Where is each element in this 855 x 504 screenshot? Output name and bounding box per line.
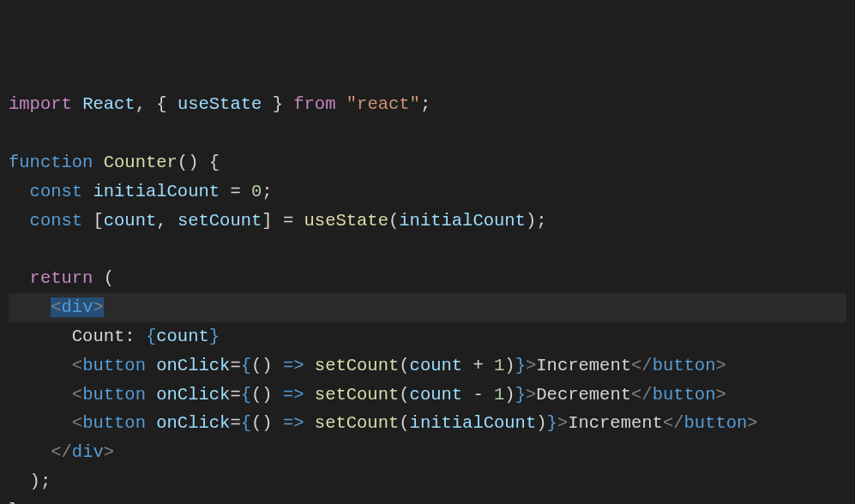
jsx-tag: button	[82, 385, 146, 405]
jsx-bracket: <	[72, 385, 82, 405]
jsx-bracket: </	[51, 442, 72, 462]
number: 1	[494, 385, 504, 405]
jsx-text: Decrement	[536, 385, 631, 405]
semicolon: ;	[40, 471, 51, 491]
operator: -	[473, 385, 483, 405]
jsx-tag: button	[82, 356, 146, 375]
bracket: ]	[262, 211, 272, 231]
code-line: <button onClick={() => setCount(initialC…	[9, 409, 846, 438]
code-line: import React, { useState } from "react";	[9, 90, 846, 119]
function-call: setCount	[315, 385, 399, 405]
jsx-bracket: <	[72, 356, 82, 375]
code-line: Count: {count}	[9, 322, 846, 351]
paren: )	[262, 385, 272, 405]
jsx-tag: button	[653, 356, 716, 375]
arrow: =>	[283, 356, 304, 375]
jsx-bracket: >	[715, 385, 726, 405]
bracket: [	[93, 211, 103, 231]
operator: =	[230, 356, 240, 375]
code-line: }	[9, 496, 846, 504]
keyword-import: import	[9, 94, 72, 114]
paren: (	[399, 413, 409, 433]
paren: )	[262, 413, 272, 433]
identifier: initialCount	[399, 211, 526, 231]
comma: ,	[135, 94, 146, 114]
jsx-attr: onClick	[156, 356, 230, 375]
paren: (	[399, 385, 409, 405]
operator: =	[230, 385, 240, 405]
operator: =	[230, 182, 240, 201]
code-line: );	[9, 467, 846, 496]
keyword-const: const	[30, 211, 83, 231]
function-call: useState	[304, 211, 388, 231]
jsx-tag: div	[72, 442, 104, 462]
brace: }	[273, 94, 283, 114]
identifier: count	[410, 356, 463, 375]
jsx-bracket: >	[526, 385, 536, 405]
code-line: return (	[9, 264, 846, 293]
code-line	[9, 236, 846, 265]
function-call: setCount	[315, 413, 399, 433]
identifier: React	[82, 94, 135, 114]
keyword-function: function	[9, 153, 93, 172]
paren: (	[251, 385, 262, 405]
jsx-attr: onClick	[156, 385, 230, 405]
operator: =	[283, 211, 293, 231]
brace: }	[9, 501, 19, 504]
code-line: const initialCount = 0;	[9, 177, 846, 207]
jsx-brace: }	[515, 356, 526, 375]
jsx-brace: {	[241, 385, 251, 405]
jsx-bracket: <	[51, 297, 61, 317]
jsx-bracket: >	[715, 356, 726, 375]
paren: )	[526, 211, 536, 231]
jsx-brace: }	[515, 385, 526, 405]
keyword-return: return	[30, 268, 93, 288]
paren: )	[504, 356, 515, 375]
number: 0	[251, 182, 262, 201]
identifier: initialCount	[93, 182, 220, 201]
keyword-from: from	[293, 94, 335, 114]
semicolon: ;	[262, 182, 272, 201]
identifier: count	[410, 385, 463, 405]
string: "react"	[346, 94, 420, 114]
jsx-tag: div	[62, 297, 93, 317]
jsx-text: Increment	[536, 356, 631, 375]
jsx-attr: onClick	[156, 413, 230, 433]
code-line: <button onClick={() => setCount(count + …	[9, 351, 846, 381]
code-line: </div>	[9, 438, 846, 467]
operator: =	[230, 413, 240, 433]
paren: (	[251, 413, 262, 433]
function-call: setCount	[315, 356, 399, 375]
paren: (	[399, 356, 409, 375]
paren: (	[251, 356, 262, 375]
jsx-brace: {	[241, 356, 251, 375]
code-line: const [count, setCount] = useState(initi…	[9, 207, 846, 236]
code-line: <button onClick={() => setCount(count - …	[9, 381, 846, 410]
jsx-tag: button	[653, 385, 716, 405]
comma: ,	[156, 211, 166, 231]
paren: )	[262, 356, 272, 375]
code-line-current: <div>	[9, 293, 846, 322]
identifier: initialCount	[410, 413, 537, 433]
paren: )	[188, 153, 198, 172]
identifier: count	[104, 211, 157, 231]
identifier: useState	[178, 94, 262, 114]
arrow: =>	[283, 413, 304, 433]
jsx-brace: {	[241, 413, 251, 433]
paren: (	[178, 153, 188, 172]
paren: (	[104, 268, 114, 288]
semicolon: ;	[420, 94, 431, 114]
arrow: =>	[283, 385, 304, 405]
jsx-brace: }	[209, 327, 220, 346]
jsx-bracket: >	[104, 442, 114, 462]
code-line	[9, 119, 846, 148]
identifier: setCount	[178, 211, 262, 231]
paren: )	[504, 385, 515, 405]
semicolon: ;	[536, 211, 546, 231]
jsx-brace: {	[146, 327, 156, 346]
keyword-const: const	[30, 182, 83, 201]
paren: )	[30, 471, 40, 491]
code-editor[interactable]: import React, { useState } from "react";…	[9, 90, 846, 504]
jsx-bracket: >	[557, 413, 568, 433]
paren: )	[536, 413, 546, 433]
